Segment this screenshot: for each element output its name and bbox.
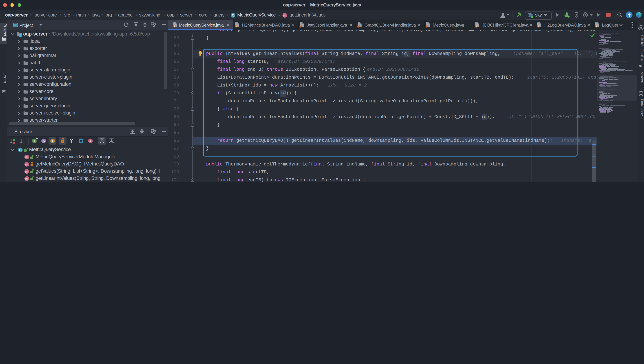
svg-text:J: J	[475, 25, 477, 28]
svg-text:J: J	[300, 25, 301, 28]
svg-text:z: z	[23, 142, 24, 145]
svg-text:J: J	[173, 25, 175, 28]
svg-text:a: a	[23, 138, 24, 142]
svg-text:J: J	[426, 25, 427, 28]
svg-text:J: J	[235, 25, 237, 28]
svg-text:J: J	[538, 25, 539, 28]
svg-text:J: J	[358, 25, 359, 28]
svg-text:J: J	[595, 25, 596, 28]
